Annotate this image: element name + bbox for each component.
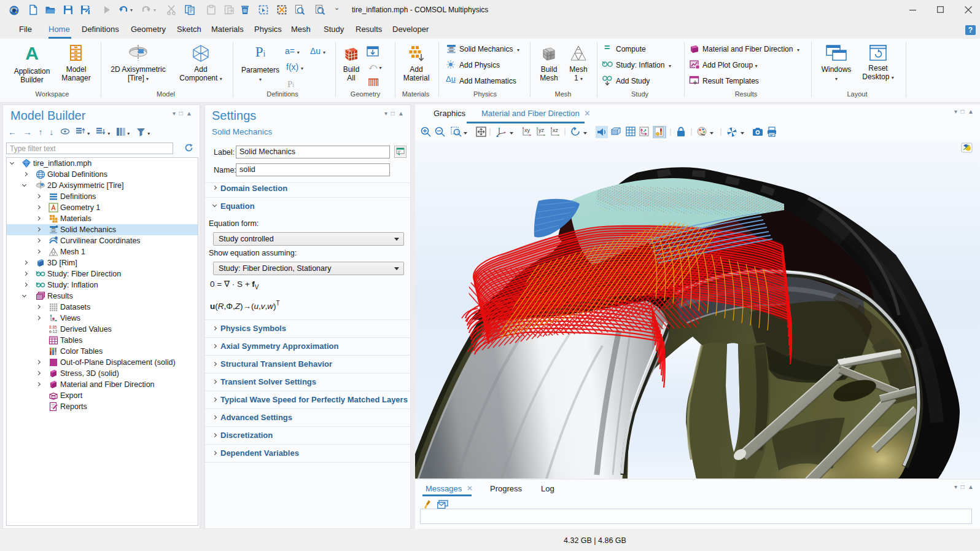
svg-text:e-12: e-12 [49, 329, 57, 334]
svg-text:xy: xy [524, 127, 531, 133]
svg-text:8.85: 8.85 [49, 325, 57, 329]
svg-text:xz: xz [553, 127, 559, 133]
svg-text:yz: yz [539, 127, 545, 133]
